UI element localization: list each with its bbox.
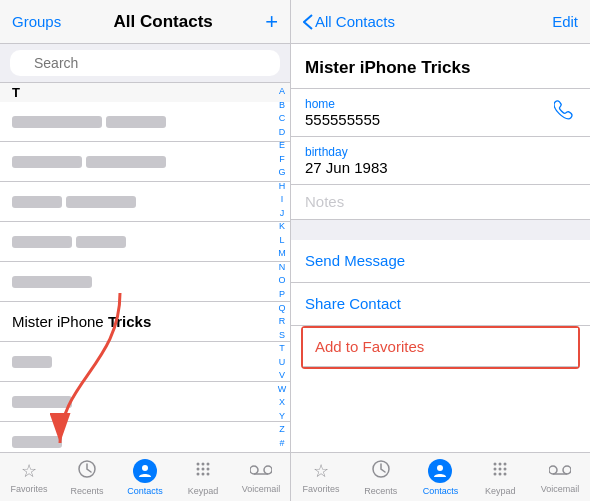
favorites-icon: ☆ bbox=[21, 460, 37, 482]
svg-point-7 bbox=[202, 467, 205, 470]
list-item[interactable] bbox=[0, 222, 290, 262]
right-voicemail-label: Voicemail bbox=[541, 484, 580, 494]
contact-detail: Mister iPhone Tricks home 555555555 birt… bbox=[291, 44, 590, 452]
svg-point-8 bbox=[207, 467, 210, 470]
tab-contacts[interactable]: Contacts bbox=[116, 453, 174, 501]
notes-placeholder: Notes bbox=[305, 193, 344, 210]
phone-field-inner: home 555555555 bbox=[305, 97, 554, 128]
notes-field[interactable]: Notes bbox=[291, 185, 590, 220]
svg-point-12 bbox=[250, 466, 258, 474]
left-header: Groups All Contacts + bbox=[0, 0, 290, 44]
right-favorites-icon: ☆ bbox=[313, 460, 329, 482]
contacts-icon bbox=[133, 459, 157, 484]
groups-button[interactable]: Groups bbox=[12, 13, 61, 30]
favorites-label: Favorites bbox=[10, 484, 47, 494]
list-item[interactable] bbox=[0, 142, 290, 182]
contact-detail-name: Mister iPhone Tricks bbox=[305, 58, 576, 78]
list-item[interactable] bbox=[0, 182, 290, 222]
svg-point-10 bbox=[202, 472, 205, 475]
edit-button[interactable]: Edit bbox=[552, 13, 578, 30]
svg-point-16 bbox=[437, 465, 443, 471]
contacts-label: Contacts bbox=[127, 486, 163, 496]
recents-label: Recents bbox=[70, 486, 103, 496]
svg-point-9 bbox=[197, 472, 200, 475]
phone-field[interactable]: home 555555555 bbox=[291, 89, 590, 137]
right-contacts-icon bbox=[428, 459, 452, 484]
right-keypad-label: Keypad bbox=[485, 486, 516, 496]
all-contacts-title: All Contacts bbox=[114, 12, 213, 32]
svg-point-5 bbox=[207, 462, 210, 465]
right-keypad-icon bbox=[490, 459, 510, 484]
svg-point-6 bbox=[197, 467, 200, 470]
tab-voicemail[interactable]: Voicemail bbox=[232, 453, 290, 501]
right-tab-contacts[interactable]: Contacts bbox=[411, 453, 471, 501]
birthday-field: birthday 27 Jun 1983 bbox=[291, 137, 590, 185]
svg-point-2 bbox=[142, 465, 148, 471]
svg-point-4 bbox=[202, 462, 205, 465]
birthday-value: 27 Jun 1983 bbox=[305, 159, 576, 176]
svg-point-24 bbox=[499, 472, 502, 475]
search-input[interactable] bbox=[10, 50, 280, 76]
right-tab-keypad[interactable]: Keypad bbox=[470, 453, 530, 501]
list-item[interactable] bbox=[0, 382, 290, 422]
svg-point-21 bbox=[499, 467, 502, 470]
contact-name-section: Mister iPhone Tricks bbox=[291, 44, 590, 89]
tab-keypad[interactable]: Keypad bbox=[174, 453, 232, 501]
contacts-list: T Mister iPhone Tricks bbox=[0, 83, 290, 452]
svg-point-26 bbox=[549, 466, 557, 474]
svg-point-25 bbox=[504, 472, 507, 475]
list-item[interactable] bbox=[0, 262, 290, 302]
svg-point-11 bbox=[207, 472, 210, 475]
tab-recents[interactable]: Recents bbox=[58, 453, 116, 501]
right-tab-recents[interactable]: Recents bbox=[351, 453, 411, 501]
mister-iphone-tricks-item[interactable]: Mister iPhone Tricks bbox=[0, 302, 290, 342]
right-recents-label: Recents bbox=[364, 486, 397, 496]
right-favorites-label: Favorites bbox=[302, 484, 339, 494]
svg-point-23 bbox=[494, 472, 497, 475]
share-contact-label: Share Contact bbox=[305, 295, 401, 312]
back-button[interactable]: All Contacts bbox=[303, 13, 395, 30]
keypad-label: Keypad bbox=[188, 486, 219, 496]
right-voicemail-icon bbox=[549, 461, 571, 482]
phone-call-icon[interactable] bbox=[554, 99, 576, 126]
left-panel: Groups All Contacts + 🔍 T bbox=[0, 0, 291, 501]
svg-point-22 bbox=[504, 467, 507, 470]
svg-point-27 bbox=[563, 466, 571, 474]
add-to-favorites-box: Add to Favorites bbox=[301, 326, 580, 369]
add-contact-button[interactable]: + bbox=[265, 11, 278, 33]
right-tab-bar: ☆ Favorites Recents bbox=[291, 452, 590, 501]
right-tab-voicemail[interactable]: Voicemail bbox=[530, 453, 590, 501]
list-item[interactable] bbox=[0, 102, 290, 142]
list-item[interactable] bbox=[0, 342, 290, 382]
section-spacer bbox=[291, 220, 590, 240]
left-tab-bar: ☆ Favorites Recents bbox=[0, 452, 290, 501]
right-header: All Contacts Edit bbox=[291, 0, 590, 44]
tab-favorites[interactable]: ☆ Favorites bbox=[0, 453, 58, 501]
right-tab-favorites[interactable]: ☆ Favorites bbox=[291, 453, 351, 501]
share-contact-button[interactable]: Share Contact bbox=[291, 283, 590, 326]
recents-icon bbox=[77, 459, 97, 484]
svg-point-20 bbox=[494, 467, 497, 470]
right-contacts-label: Contacts bbox=[423, 486, 459, 496]
contact-name: Mister iPhone Tricks bbox=[12, 313, 151, 330]
send-message-label: Send Message bbox=[305, 252, 405, 269]
section-letter-t: T bbox=[0, 83, 290, 102]
voicemail-icon bbox=[250, 461, 272, 482]
add-to-favorites-button[interactable]: Add to Favorites bbox=[303, 328, 578, 367]
keypad-icon bbox=[193, 459, 213, 484]
alphabet-index[interactable]: A B C D E F G H I J K L M N O P Q R S T … bbox=[274, 83, 290, 452]
send-message-button[interactable]: Send Message bbox=[291, 240, 590, 283]
voicemail-label: Voicemail bbox=[242, 484, 281, 494]
right-recents-icon bbox=[371, 459, 391, 484]
phone-label: home bbox=[305, 97, 554, 111]
add-to-favorites-label: Add to Favorites bbox=[315, 338, 424, 355]
list-item[interactable] bbox=[0, 422, 290, 452]
birthday-field-inner: birthday 27 Jun 1983 bbox=[305, 145, 576, 176]
svg-point-3 bbox=[197, 462, 200, 465]
svg-point-17 bbox=[494, 462, 497, 465]
svg-point-19 bbox=[504, 462, 507, 465]
phone-value: 555555555 bbox=[305, 111, 554, 128]
search-bar: 🔍 bbox=[0, 44, 290, 83]
birthday-label: birthday bbox=[305, 145, 576, 159]
svg-point-18 bbox=[499, 462, 502, 465]
